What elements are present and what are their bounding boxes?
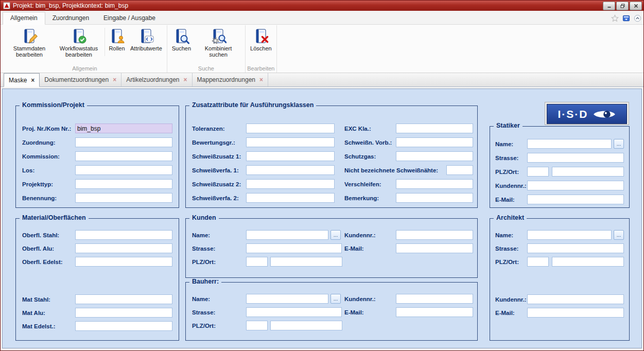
close-tab-icon[interactable]: × — [184, 77, 187, 83]
statiker-plz-input[interactable] — [527, 167, 549, 177]
bauherr-plz-input[interactable] — [246, 321, 268, 330]
schutzgas-input[interactable] — [396, 151, 473, 161]
exc-kla-input[interactable] — [396, 124, 473, 133]
bauherr-ort-input[interactable] — [270, 321, 342, 330]
schweissverfa1-input[interactable] — [246, 165, 335, 175]
bewertungsgr-input[interactable] — [246, 137, 335, 147]
statiker-ort-input[interactable] — [552, 167, 624, 177]
field-label: Kommission: — [22, 153, 75, 160]
architekt-email-input[interactable] — [527, 308, 624, 318]
nicht-bezeichnete-schweissnaehte-input[interactable] — [446, 165, 473, 175]
close-tab-icon[interactable]: × — [31, 77, 34, 83]
close-tab-icon[interactable]: × — [113, 77, 116, 83]
architekt-strasse-input[interactable] — [527, 243, 624, 253]
close-tab-icon[interactable]: × — [259, 77, 263, 83]
kombiniert-suchen-button[interactable]: Kombiniert suchen — [194, 26, 243, 58]
schweissn-vorb-input[interactable] — [396, 137, 473, 147]
architekt-name-input[interactable] — [527, 230, 612, 240]
document-magnifier-icon — [173, 28, 189, 44]
field-label: Oberfl. Alu: — [22, 245, 75, 252]
kunden-ort-input[interactable] — [270, 257, 342, 267]
document-magnifier-gear-icon — [210, 28, 227, 44]
doc-tab-label: Mappenzuordnungen — [197, 76, 255, 83]
ribbon-tab-eingabe-ausgabe[interactable]: Eingabe / Ausgabe — [96, 12, 163, 24]
toleranzen-input[interactable] — [246, 124, 335, 133]
doc-tab-maske[interactable]: Maske × — [4, 73, 40, 87]
kunden-email-input[interactable] — [396, 243, 473, 253]
zuordnung-input[interactable] — [75, 137, 172, 147]
button-label: Kombiniert suchen — [196, 45, 240, 58]
close-button[interactable] — [630, 2, 642, 10]
mat-edelst-input[interactable] — [75, 321, 172, 331]
ribbon-right-controls — [611, 14, 641, 24]
schweisszusatz1-input[interactable] — [246, 151, 335, 161]
attributwerte-button[interactable]: Attributwerte — [128, 26, 165, 51]
workflowstatus-bearbeiten-button[interactable]: Workflowstatus bearbeiten — [54, 26, 103, 58]
bauherr-name-input[interactable] — [246, 294, 328, 304]
minimize-button[interactable] — [603, 2, 615, 10]
button-label: Rollen — [109, 45, 125, 51]
field-label: Strasse: — [192, 245, 246, 252]
field-label: EXC Kla.: — [344, 126, 371, 132]
field-label: Strasse: — [192, 309, 246, 315]
mat-stahl-input[interactable] — [75, 294, 172, 304]
window-controls — [603, 2, 642, 10]
kommission-input[interactable] — [75, 151, 172, 161]
doc-tab-artikelzuordnungen[interactable]: Artikelzuordnungen × — [121, 73, 192, 86]
kunden-name-browse-button[interactable]: ... — [330, 230, 341, 240]
doc-tab-label: Dokumentzuordnungen — [44, 76, 109, 83]
bauherr-kundennr-input[interactable] — [396, 294, 473, 304]
schweisszusatz2-input[interactable] — [246, 179, 335, 189]
panel-icon[interactable] — [622, 14, 630, 22]
architekt-plz-input[interactable] — [527, 257, 549, 267]
rollen-button[interactable]: Rollen — [106, 26, 128, 51]
los-input[interactable] — [75, 165, 172, 175]
architekt-kundennr-input[interactable] — [527, 294, 624, 304]
statiker-email-input[interactable] — [527, 195, 624, 204]
ribbon-tab-allgemein[interactable]: Allgemein — [3, 12, 45, 25]
bauherr-email-input[interactable] — [396, 307, 473, 317]
loeschen-button[interactable]: Löschen — [248, 26, 274, 51]
fieldset-material-oberflaechen: Material/Oberflächen Oberfl. Stahl: Ober… — [15, 218, 179, 341]
bauherr-strasse-input[interactable] — [246, 307, 342, 317]
mat-alu-input[interactable] — [75, 308, 172, 318]
field-label: Nicht bezeichnete Schweißnähte: — [344, 167, 438, 173]
ribbon-tab-zuordnungen[interactable]: Zuordnungen — [45, 12, 96, 24]
oberfl-stahl-input[interactable] — [75, 230, 172, 240]
field-label: Kundennr.: — [495, 296, 527, 303]
isd-logo: I·S·D — [545, 102, 629, 125]
statiker-strasse-input[interactable] — [527, 153, 624, 163]
collapse-ribbon-button[interactable] — [634, 14, 641, 22]
bemerkung-input[interactable] — [396, 193, 473, 203]
statiker-kundennr-input[interactable] — [527, 181, 624, 190]
projekttyp-input[interactable] — [75, 179, 172, 189]
architekt-name-browse-button[interactable]: ... — [614, 230, 624, 240]
benennung-input[interactable] — [75, 193, 172, 203]
fieldset-kunden: Kunden Name: ... Strasse: PLZ/Ort: Kunde… — [185, 218, 478, 278]
statiker-name-browse-button[interactable]: ... — [614, 139, 624, 149]
schweissverfa2-input[interactable] — [246, 193, 335, 203]
document-tab-bar: Maske × Dokumentzuordnungen × Artikelzuo… — [1, 73, 643, 87]
kunden-strasse-input[interactable] — [246, 243, 342, 253]
bauherr-name-browse-button[interactable]: ... — [330, 294, 341, 304]
maximize-button[interactable] — [616, 2, 629, 10]
doc-tab-label: Artikelzuordnungen — [126, 76, 179, 83]
kunden-kundennr-input[interactable] — [396, 230, 473, 240]
statiker-name-input[interactable] — [527, 139, 612, 149]
stammdaten-bearbeiten-button[interactable]: Stammdaten bearbeiten — [5, 26, 54, 58]
architekt-ort-input[interactable] — [552, 257, 624, 267]
field-label: Oberfl. Edelst: — [22, 259, 75, 265]
oberfl-alu-input[interactable] — [75, 243, 172, 253]
suchen-button[interactable]: Suchen — [169, 26, 194, 51]
favorite-star-icon[interactable] — [611, 14, 619, 22]
field-label: E-Mail: — [495, 197, 527, 203]
kunden-plz-input[interactable] — [246, 257, 268, 267]
oberfl-edelst-input[interactable] — [75, 257, 172, 267]
field-label: PLZ/Ort: — [495, 259, 527, 265]
verschleifen-input[interactable] — [396, 179, 473, 189]
proj-nr-kom-nr-input[interactable] — [75, 124, 172, 133]
kunden-name-input[interactable] — [246, 230, 328, 240]
doc-tab-dokumentzuordnungen[interactable]: Dokumentzuordnungen × — [40, 73, 121, 86]
doc-tab-label: Maske — [9, 77, 27, 84]
doc-tab-mappenzuordnungen[interactable]: Mappenzuordnungen × — [193, 73, 268, 86]
